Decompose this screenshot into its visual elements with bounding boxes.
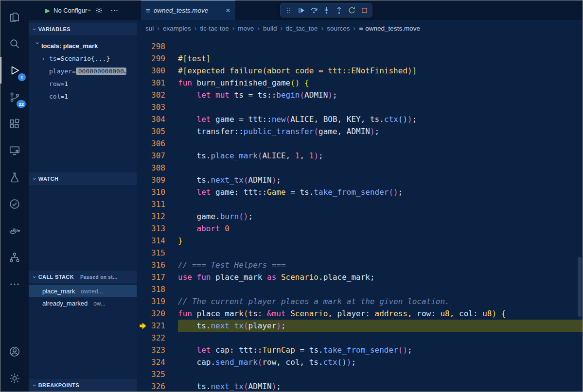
breadcrumb-item[interactable]: build <box>263 25 277 32</box>
activity-remote-explorer[interactable] <box>0 137 29 164</box>
code-text[interactable] <box>178 332 583 344</box>
line-number[interactable]: 321 <box>149 320 178 332</box>
code-text[interactable] <box>178 368 583 380</box>
activity-testing[interactable] <box>0 164 29 190</box>
editor-scrollbar[interactable] <box>577 38 582 391</box>
call-stack-section-header[interactable]: › CALL STACK Paused on st... <box>29 271 137 283</box>
line-number[interactable]: 317 <box>149 271 178 283</box>
line-number[interactable]: 326 <box>149 380 178 392</box>
code-text[interactable] <box>178 101 583 113</box>
line-number[interactable]: 304 <box>149 113 178 125</box>
line-number[interactable]: 318 <box>149 283 178 295</box>
code-text[interactable]: #[test] <box>178 52 583 65</box>
code-text[interactable]: #[expected_failure(abort_code = ttt::ENo… <box>178 65 583 77</box>
line-number[interactable]: 325 <box>149 368 178 380</box>
breadcrumb-item[interactable]: move <box>238 25 254 32</box>
chevron-right-icon[interactable]: › <box>41 55 49 62</box>
code-text[interactable] <box>178 40 583 52</box>
activity-organization[interactable] <box>0 244 29 271</box>
code-text[interactable]: abort 0 <box>178 222 583 235</box>
code-text[interactable]: game.burn(); <box>178 210 583 222</box>
activity-search[interactable] <box>0 30 29 57</box>
line-number[interactable]: 310 <box>149 186 178 198</box>
line-number[interactable]: 324 <box>149 356 178 368</box>
code-text[interactable] <box>178 247 583 259</box>
step-into-button[interactable] <box>320 4 332 16</box>
step-over-button[interactable] <box>308 4 319 16</box>
variables-section-header[interactable]: › VARIABLES <box>29 23 137 35</box>
breadcrumb-item[interactable]: sources <box>327 25 350 32</box>
activity-docker[interactable] <box>0 217 29 244</box>
line-number[interactable]: 308 <box>149 162 178 174</box>
code-text[interactable] <box>178 137 583 150</box>
code-text[interactable] <box>178 162 583 174</box>
code-text[interactable]: transfer::public_transfer(game, ADMIN); <box>178 125 583 137</box>
line-number[interactable]: 301 <box>149 77 178 89</box>
line-number[interactable]: 298 <box>149 40 178 52</box>
breadcrumb-item[interactable]: ≡owned_tests.move <box>359 24 420 32</box>
code-text[interactable]: let mut ts = ts::begin(ADMIN); <box>178 89 583 101</box>
step-out-button[interactable] <box>333 4 345 16</box>
code-text[interactable]: // === Test Helpers === <box>178 259 583 271</box>
code-text[interactable]: fun burn_unfinished_game() { <box>178 77 583 89</box>
debug-gear-icon[interactable] <box>95 6 103 15</box>
code-text[interactable]: cap.send_mark(row, col, ts.ctx()); <box>178 356 583 368</box>
line-number[interactable]: 300 <box>149 65 178 77</box>
breadcrumb-item[interactable]: sui <box>145 25 154 32</box>
activity-accounts[interactable] <box>0 338 29 365</box>
line-number[interactable]: 314 <box>149 235 178 247</box>
line-number[interactable]: 313 <box>149 222 178 235</box>
code-text[interactable]: fun place_mark(ts: &mut Scenario, player… <box>178 307 583 320</box>
continue-button[interactable] <box>295 4 307 16</box>
variable-row[interactable]: ›ts = Scenario{...} <box>29 52 137 65</box>
restart-button[interactable] <box>346 4 357 16</box>
activity-run-and-debug[interactable]: 1 <box>0 57 29 84</box>
code-text[interactable] <box>178 283 583 295</box>
code-text[interactable]: } <box>178 235 583 247</box>
code-text[interactable]: let game: ttt::Game = ts.take_from_sende… <box>178 186 583 198</box>
code-text[interactable]: let game = ttt::new(ALICE, BOB, KEY, ts.… <box>178 113 583 125</box>
line-number[interactable]: 315 <box>149 247 178 259</box>
tab-owned-tests-move[interactable]: ≡ owned_tests.move × <box>141 0 235 20</box>
breadcrumb-item[interactable]: tic-tac-toe <box>200 25 229 32</box>
start-debugging-icon[interactable]: ▶ <box>45 7 50 14</box>
call-stack-frame[interactable]: place_markowned... <box>29 285 137 297</box>
line-number[interactable]: 299 <box>149 52 178 65</box>
code-text[interactable]: ts.next_tx(ADMIN); <box>178 174 583 186</box>
more-actions-icon[interactable]: ⋯ <box>110 6 119 15</box>
line-number[interactable]: 322 <box>149 332 178 344</box>
code-text[interactable]: let cap: ttt::TurnCap = ts.take_from_sen… <box>178 344 583 356</box>
drag-handle[interactable] <box>283 4 294 16</box>
activity-source-control[interactable]: 22 <box>0 84 29 110</box>
code-text[interactable] <box>178 198 583 210</box>
close-tab-icon[interactable]: × <box>226 6 230 15</box>
code-text[interactable]: // The current player places a mark at t… <box>178 295 583 307</box>
breadcrumb-item[interactable]: examples <box>163 25 191 32</box>
activity-settings[interactable] <box>0 365 29 392</box>
activity-tasks[interactable] <box>0 190 29 217</box>
line-number[interactable]: 309 <box>149 174 178 186</box>
debug-config-dropdown[interactable]: No Configur › <box>53 6 91 14</box>
line-number[interactable]: 307 <box>149 150 178 162</box>
watch-section-header[interactable]: › WATCH <box>29 172 137 185</box>
breakpoints-section-header[interactable]: › BREAKPOINTS <box>29 379 137 392</box>
line-number[interactable]: 311 <box>149 198 178 210</box>
variable-row[interactable]: col = 1 <box>29 90 137 102</box>
line-number[interactable]: 312 <box>149 210 178 222</box>
code-text[interactable]: ts.next_tx(player); <box>178 320 583 332</box>
line-number[interactable]: 319 <box>149 295 178 307</box>
variable-row[interactable]: row = 1 <box>29 77 137 90</box>
line-number[interactable]: 302 <box>149 89 178 101</box>
variable-row[interactable]: player = 000000000000… <box>29 65 137 77</box>
variables-scope-row[interactable]: › locals: place_mark <box>29 39 137 52</box>
scrollbar-thumb[interactable] <box>578 257 582 317</box>
line-number[interactable]: 323 <box>149 344 178 356</box>
line-number[interactable]: 320 <box>149 307 178 320</box>
breadcrumb-item[interactable]: tic_tac_toe <box>286 25 318 32</box>
activity-explorer[interactable] <box>0 3 29 30</box>
code-text[interactable]: use fun place_mark as Scenario.place_mar… <box>178 271 583 283</box>
line-number[interactable]: 316 <box>149 259 178 271</box>
code-text[interactable]: ts.place_mark(ALICE, 1, 1); <box>178 150 583 162</box>
call-stack-frame[interactable]: already_markedow... <box>29 297 137 309</box>
activity-more-views[interactable] <box>0 271 29 297</box>
